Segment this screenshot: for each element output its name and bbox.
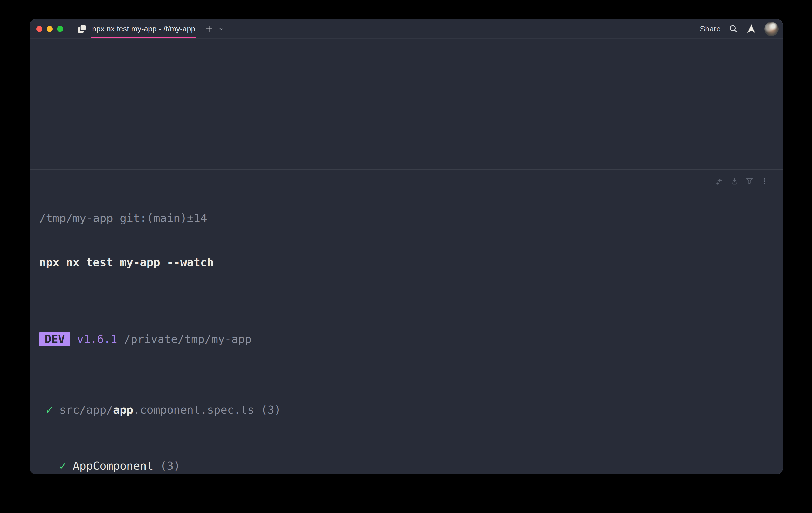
tab-actions — [204, 24, 224, 34]
vitest-version: v1.6.1 — [70, 332, 117, 346]
titlebar-right: Share — [700, 22, 779, 36]
dev-badge: DEV — [39, 332, 70, 346]
share-button[interactable]: Share — [700, 24, 721, 33]
tab-title: npx nx test my-app - /t/my-app — [91, 25, 196, 33]
spec-dir: src/app/ — [59, 403, 113, 416]
check-icon: ✓ — [39, 459, 72, 472]
avatar[interactable] — [764, 22, 779, 36]
titlebar: npx nx test my-app - /t/my-app Share — [30, 20, 783, 39]
suite-test-count: (3) — [160, 459, 180, 472]
spec-file-line: ✓ src/app/app.component.spec.ts (3) — [39, 403, 775, 417]
chevron-down-icon[interactable] — [218, 25, 224, 32]
dev-server-line: DEV v1.6.1 /private/tmp/my-app — [39, 332, 775, 346]
command-line[interactable]: npx nx test my-app --watch — [39, 255, 775, 269]
tab-active[interactable]: npx nx test my-app - /t/my-app — [77, 20, 196, 38]
check-icon: ✓ — [39, 403, 59, 416]
spec-basename: app — [113, 403, 133, 416]
warp-logo-icon[interactable] — [746, 24, 756, 34]
prompt-line: /tmp/my-app git:(main)±14 — [39, 211, 775, 225]
close-button[interactable] — [36, 26, 42, 32]
search-icon[interactable] — [728, 24, 738, 34]
spec-ext: .component.spec.ts — [133, 403, 261, 416]
project-path: /private/tmp/my-app — [117, 332, 252, 346]
new-tab-button[interactable] — [204, 24, 214, 34]
terminal-window: npx nx test my-app - /t/my-app Share — [30, 19, 783, 474]
terminal-output: /tmp/my-app git:(main)±14 npx nx test my… — [39, 183, 775, 474]
block-divider — [30, 169, 783, 169]
suite-name: AppComponent — [72, 459, 160, 472]
active-tab-underline — [91, 37, 196, 38]
window-controls — [36, 26, 63, 32]
spec-test-count: (3) — [261, 403, 281, 416]
maximize-button[interactable] — [57, 26, 63, 32]
suite-line: ✓ AppComponent (3) — [39, 459, 775, 473]
pages-icon — [77, 23, 87, 34]
minimize-button[interactable] — [47, 26, 53, 32]
